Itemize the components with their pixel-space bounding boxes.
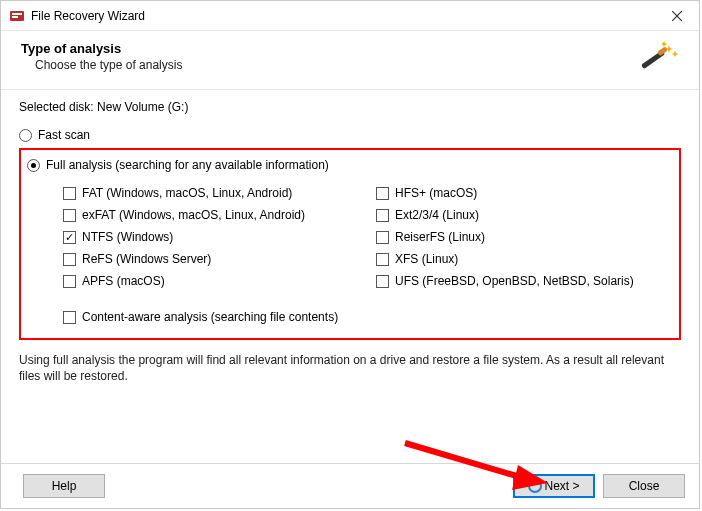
header-title: Type of analysis [21,41,639,56]
content-aware-row: Content-aware analysis (searching file c… [27,292,673,328]
window-close-button[interactable] [654,1,699,31]
radio-fast-scan[interactable]: Fast scan [19,128,681,142]
radio-icon [27,159,40,172]
checkbox-label: ReiserFS (Linux) [395,230,485,244]
svg-rect-2 [12,16,18,18]
highlight-box: Full analysis (searching for any availab… [19,148,681,340]
loading-spinner-icon [528,479,542,493]
header-subtitle: Choose the type of analysis [21,58,639,72]
checkbox-ext[interactable]: Ext2/3/4 (Linux) [376,208,669,222]
checkbox-fat[interactable]: FAT (Windows, macOS, Linux, Android) [63,186,356,200]
checkbox-apfs[interactable]: APFS (macOS) [63,274,356,288]
window-title: File Recovery Wizard [31,9,654,23]
wizard-body: Selected disk: New Volume (G:) Fast scan… [1,90,699,463]
checkbox-icon [63,187,76,200]
checkbox-label: FAT (Windows, macOS, Linux, Android) [82,186,292,200]
checkbox-label: HFS+ (macOS) [395,186,477,200]
radio-label: Fast scan [38,128,90,142]
checkbox-icon [63,275,76,288]
checkbox-label: ReFS (Windows Server) [82,252,211,266]
button-label: Help [52,479,77,493]
selected-disk-label: Selected disk: New Volume (G:) [19,100,681,114]
wizard-window: File Recovery Wizard Type of analysis Ch… [0,0,700,509]
filesystem-grid: FAT (Windows, macOS, Linux, Android) HFS… [27,176,673,292]
checkbox-icon [63,209,76,222]
checkbox-ntfs[interactable]: NTFS (Windows) [63,230,356,244]
svg-marker-7 [661,41,667,47]
close-icon [672,11,682,21]
radio-label: Full analysis (searching for any availab… [46,158,329,172]
checkbox-icon [63,253,76,266]
checkbox-icon [376,209,389,222]
next-button[interactable]: Next > [513,474,595,498]
radio-full-analysis[interactable]: Full analysis (searching for any availab… [27,158,673,172]
header-text: Type of analysis Choose the type of anal… [21,41,639,72]
checkbox-icon [376,187,389,200]
checkbox-icon [376,253,389,266]
checkbox-icon [376,231,389,244]
checkbox-content-aware[interactable]: Content-aware analysis (searching file c… [63,310,669,324]
checkbox-label: UFS (FreeBSD, OpenBSD, NetBSD, Solaris) [395,274,634,288]
checkbox-label: Content-aware analysis (searching file c… [82,310,338,324]
help-button[interactable]: Help [23,474,105,498]
svg-rect-1 [12,13,22,15]
checkbox-icon [63,311,76,324]
checkbox-icon [376,275,389,288]
svg-marker-6 [672,51,678,57]
checkbox-label: Ext2/3/4 (Linux) [395,208,479,222]
info-text: Using full analysis the program will fin… [19,352,681,384]
magic-wand-icon [639,41,679,77]
checkbox-icon [63,231,76,244]
checkbox-label: APFS (macOS) [82,274,165,288]
radio-icon [19,129,32,142]
checkbox-label: NTFS (Windows) [82,230,173,244]
wizard-footer: Help Next > Close [1,463,699,508]
titlebar: File Recovery Wizard [1,1,699,31]
button-label: Next > [544,479,579,493]
checkbox-refs[interactable]: ReFS (Windows Server) [63,252,356,266]
checkbox-hfsplus[interactable]: HFS+ (macOS) [376,186,669,200]
app-icon [9,8,25,24]
checkbox-exfat[interactable]: exFAT (Windows, macOS, Linux, Android) [63,208,356,222]
checkbox-label: exFAT (Windows, macOS, Linux, Android) [82,208,305,222]
checkbox-ufs[interactable]: UFS (FreeBSD, OpenBSD, NetBSD, Solaris) [376,274,669,288]
checkbox-reiserfs[interactable]: ReiserFS (Linux) [376,230,669,244]
checkbox-xfs[interactable]: XFS (Linux) [376,252,669,266]
button-label: Close [629,479,660,493]
checkbox-label: XFS (Linux) [395,252,458,266]
close-button[interactable]: Close [603,474,685,498]
wizard-header: Type of analysis Choose the type of anal… [1,31,699,90]
